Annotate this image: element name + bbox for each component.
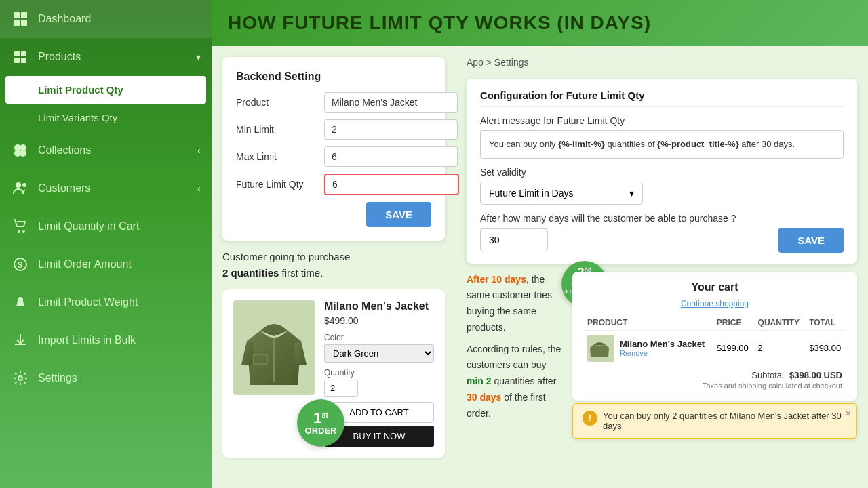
svg-point-12: [16, 182, 21, 188]
svg-point-15: [22, 230, 25, 233]
days-row: SAVE: [480, 228, 844, 253]
backend-setting-card: Backend Setting Product Min Limit Max Li…: [222, 57, 445, 241]
sidebar-sub-label-limit-qty: Limit Product Qty: [38, 84, 123, 96]
order-sup: st: [321, 410, 328, 418]
cart-product-cell: Milano Men's Jacket Remove: [583, 330, 713, 366]
toast-message: You can buy only 2 quantities of Milano …: [603, 411, 847, 431]
svg-point-11: [20, 150, 26, 157]
sidebar-item-dashboard[interactable]: Dashboard: [0, 0, 212, 38]
after-text-1: After 10 days, the same customer tries b…: [467, 272, 564, 336]
sidebar-item-collections[interactable]: Collections ‹: [0, 131, 212, 169]
main-header: HOW FUTURE LIMIT QTY WORKS (IN DAYS): [212, 0, 868, 46]
product-input[interactable]: [324, 92, 458, 113]
collections-arrow-icon: ‹: [197, 145, 201, 156]
sidebar-item-limit-quantity-cart[interactable]: Limit Quantity in Cart: [0, 207, 212, 245]
settings-icon: [11, 369, 30, 388]
cart-title: Your cart: [583, 281, 846, 293]
sidebar-sub-label-variants: Limit Variants Qty: [38, 112, 117, 123]
cart-col-quantity: QUANTITY: [754, 315, 806, 331]
validity-select[interactable]: Future Limit in Days ▾: [480, 182, 643, 205]
sidebar-item-customers-label: Customers: [38, 182, 189, 195]
customers-arrow-icon: ‹: [197, 183, 201, 194]
svg-rect-7: [21, 58, 26, 63]
toast-close-button[interactable]: ×: [846, 408, 851, 419]
days-input[interactable]: [480, 228, 548, 251]
sidebar-item-products-label: Products: [38, 51, 188, 63]
sidebar-item-products[interactable]: Products ▾: [0, 38, 212, 76]
sidebar-item-limit-weight[interactable]: Limit Product Weight: [0, 283, 212, 321]
future-limit-input[interactable]: [324, 174, 459, 195]
purchase-rest: first time.: [279, 267, 323, 279]
after-bold1: min 2: [467, 375, 492, 386]
future-limit-row: Future Limit Qty: [236, 174, 431, 195]
svg-rect-5: [21, 51, 26, 56]
cart-item-price: $199.00: [713, 330, 754, 366]
alert-end: after 30 days.: [739, 139, 795, 149]
continue-shopping-link[interactable]: Continue shopping: [583, 299, 846, 308]
products-arrow-icon: ▾: [196, 52, 201, 62]
alert-mid1: quantities of: [605, 139, 657, 149]
purchase-text: Customer going to purchase 2 quantities …: [222, 249, 445, 281]
max-limit-row: Max Limit: [236, 146, 431, 167]
tax-note: Taxes and shipping calculated at checkou…: [583, 380, 846, 391]
sidebar-item-collections-label: Collections: [38, 144, 189, 157]
cart-icon: [11, 217, 30, 236]
right-bottom: After 10 days, the same customer tries b…: [467, 272, 857, 439]
min-limit-row: Min Limit: [236, 119, 431, 140]
max-limit-input[interactable]: [324, 146, 458, 167]
config-card: Configuration for Future Limit Qty Alert…: [467, 79, 857, 264]
sidebar-item-dashboard-label: Dashboard: [38, 13, 201, 25]
sidebar-item-cart-label: Limit Quantity in Cart: [38, 220, 201, 232]
cart-item-total: $398.00: [805, 330, 846, 366]
sidebar-item-settings[interactable]: Settings: [0, 359, 212, 397]
cart-item-name: Milano Men's Jacket: [620, 339, 705, 349]
quantity-input[interactable]: [324, 380, 358, 396]
cart-product-image: [587, 335, 614, 362]
future-limit-label: Future Limit Qty: [236, 179, 317, 190]
cart-item-details: Milano Men's Jacket Remove: [620, 339, 705, 357]
after-mid2: quantities after: [492, 375, 557, 386]
alert-token1: {%-limit-%}: [558, 139, 605, 149]
cart-panel-wrapper: 2nd ORDER JUST AFTER 10 DAYS Your cart C…: [572, 272, 857, 439]
sidebar-item-customers[interactable]: Customers ‹: [0, 169, 212, 207]
sidebar-item-weight-label: Limit Product Weight: [38, 296, 201, 308]
page-title: HOW FUTURE LIMIT QTY WORKS (IN DAYS): [228, 12, 852, 34]
sidebar-item-limit-order-amount[interactable]: $ Limit Order Amount: [0, 245, 212, 283]
subtotal-value: $398.00 USD: [789, 370, 842, 380]
warning-toast: ! You can buy only 2 quantities of Milan…: [572, 403, 857, 439]
first-order-badge: 1st ORDER: [297, 399, 344, 447]
min-limit-input[interactable]: [324, 119, 458, 140]
import-icon: [11, 331, 30, 350]
order-icon: $: [11, 255, 30, 274]
svg-rect-0: [14, 12, 20, 18]
subtotal-label: Subtotal: [751, 370, 784, 380]
color-select[interactable]: Dark Green: [324, 344, 434, 363]
breadcrumb: App > Settings: [467, 57, 857, 68]
svg-rect-4: [14, 51, 20, 56]
purchase-line1: Customer going to purchase: [222, 251, 350, 262]
config-save-button[interactable]: SAVE: [778, 228, 844, 253]
left-panel: Backend Setting Product Min Limit Max Li…: [212, 46, 456, 488]
max-limit-label: Max Limit: [236, 151, 317, 162]
dashboard-icon: [11, 9, 30, 28]
sidebar-item-limit-variants-qty[interactable]: Limit Variants Qty: [0, 104, 212, 131]
sidebar-item-settings-label: Settings: [38, 372, 201, 384]
collections-icon: [11, 141, 30, 160]
cart-col-total: TOTAL: [805, 315, 846, 331]
content-area: Backend Setting Product Min Limit Max Li…: [212, 46, 868, 488]
order-badge-label: ORDER: [305, 426, 337, 436]
cart-item-remove[interactable]: Remove: [620, 349, 705, 357]
sidebar-item-limit-product-qty[interactable]: Limit Product Qty: [5, 76, 206, 104]
svg-point-13: [22, 183, 26, 187]
warning-icon: !: [583, 411, 597, 426]
sidebar-item-import-limits[interactable]: Import Limits in Bulk: [0, 321, 212, 359]
svg-text:$: $: [18, 260, 22, 270]
cart-product-info-row: Milano Men's Jacket Remove: [587, 335, 709, 362]
chevron-down-icon: ▾: [629, 188, 634, 199]
quantity-label: Quantity: [324, 368, 434, 378]
sidebar-item-order-label: Limit Order Amount: [38, 258, 201, 270]
cart-panel-relative: 2nd ORDER JUST AFTER 10 DAYS Your cart C…: [572, 272, 857, 439]
svg-rect-2: [14, 20, 20, 26]
backend-save-button[interactable]: SAVE: [366, 202, 431, 227]
order-badge-num: 1st: [313, 411, 328, 426]
